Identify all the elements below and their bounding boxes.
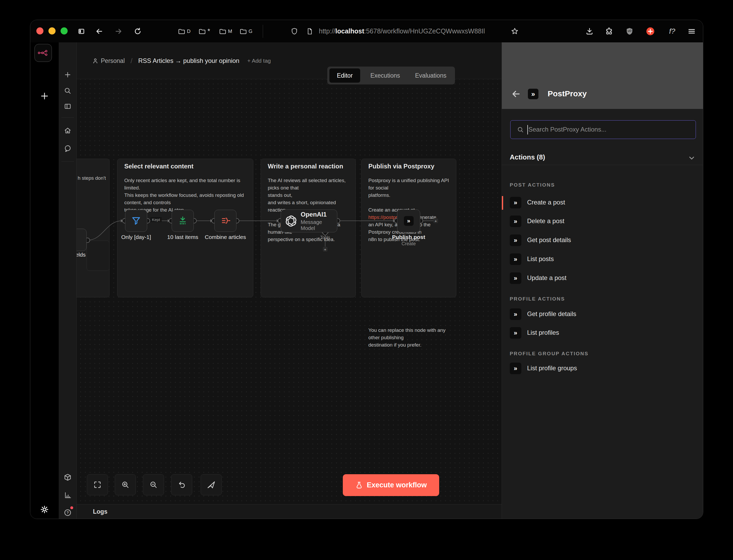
- new-tab-button[interactable]: [30, 88, 59, 104]
- execute-workflow-button[interactable]: Execute workflow: [343, 474, 439, 496]
- node-label: Combine articles: [203, 234, 248, 240]
- chat-icon[interactable]: [59, 141, 77, 156]
- n8n-nav-rail: ?: [59, 42, 77, 519]
- action-item-list-profile-groups[interactable]: » List profile groups: [502, 361, 703, 376]
- add-workflow-icon[interactable]: [59, 67, 77, 82]
- node-filter-only-day-1[interactable]: [125, 210, 147, 232]
- sidebar-toggle-icon[interactable]: [77, 20, 86, 42]
- bookmark-folder-m[interactable]: M: [219, 20, 232, 42]
- node-actions-panel: » PostProxy Actions (8) POST ACTIONS » C…: [502, 42, 703, 519]
- page-info-icon[interactable]: [305, 20, 314, 42]
- insights-chart-icon[interactable]: [59, 488, 77, 503]
- node-label: Only [day-1]: [114, 234, 158, 240]
- node-operation: Create: [386, 241, 431, 247]
- breadcrumb-separator: /: [131, 57, 132, 65]
- toolbar-separator: [263, 25, 263, 38]
- tab-evaluations[interactable]: Evaluations: [411, 67, 451, 84]
- vertical-tab-strip: [30, 42, 59, 519]
- panel-toggle-icon[interactable]: [59, 99, 77, 114]
- url-bar[interactable]: http://localhost:5678/workflow/HnUGZeCQW…: [319, 20, 485, 42]
- menu-hamburger-icon[interactable]: [686, 20, 697, 42]
- tab-executions[interactable]: Executions: [367, 67, 404, 84]
- panel-header: » PostProxy: [502, 42, 703, 109]
- add-node-button[interactable]: +: [434, 218, 438, 223]
- node-publish-post[interactable]: »: [397, 209, 420, 232]
- add-tag-button[interactable]: + Add tag: [247, 58, 271, 64]
- workflow-canvas[interactable]: h steps don't icle fields al Select rele…: [77, 79, 502, 504]
- action-search-box[interactable]: [510, 120, 696, 139]
- tab-editor[interactable]: Editor: [329, 68, 360, 83]
- node-label: Publish post: [386, 234, 431, 240]
- workflow-title[interactable]: RSS Articles → publish your opinion: [138, 57, 239, 64]
- screenshot-stage: D * M G http://localhost:5678/workflow/H…: [0, 0, 733, 560]
- node-limit-10-last-items[interactable]: [172, 210, 194, 232]
- help-notification-dot: [70, 506, 73, 509]
- limit-icon: [177, 216, 188, 226]
- postproxy-icon: »: [510, 272, 521, 284]
- action-item-get-profile-details[interactable]: » Get profile details: [502, 307, 703, 322]
- svg-text:uO: uO: [628, 29, 631, 32]
- search-icon[interactable]: [59, 83, 77, 98]
- zoom-in-button[interactable]: [115, 474, 136, 495]
- ublock-icon[interactable]: uO: [624, 20, 635, 42]
- strip-settings-gear-icon[interactable]: [30, 502, 59, 517]
- filter-funnel-icon: [131, 216, 141, 226]
- action-search-input[interactable]: [528, 121, 691, 138]
- templates-box-icon[interactable]: [59, 470, 77, 484]
- bookmark-folder-label: M: [228, 28, 232, 34]
- postproxy-icon: »: [404, 216, 414, 226]
- undo-button[interactable]: [171, 474, 192, 495]
- postproxy-icon: »: [510, 363, 521, 374]
- logs-label: Logs: [93, 508, 107, 515]
- zoom-window-button[interactable]: [61, 27, 68, 34]
- node-fragment-article-fields[interactable]: [77, 229, 87, 251]
- tools-port-label: Tools: [303, 235, 347, 240]
- help-icon[interactable]: ?: [59, 505, 77, 519]
- bookmark-folder-label: *: [207, 27, 210, 35]
- shield-icon[interactable]: [289, 20, 299, 42]
- bookmark-folder-label: D: [187, 28, 191, 34]
- breadcrumb-project[interactable]: Personal: [101, 57, 125, 64]
- node-combine-articles[interactable]: [214, 210, 236, 232]
- breadcrumb: Personal / RSS Articles → publish your o…: [92, 42, 271, 79]
- fit-view-button[interactable]: [87, 474, 108, 495]
- n8n-tab-favicon[interactable]: [34, 44, 52, 62]
- postproxy-icon: »: [510, 216, 521, 227]
- logs-bar[interactable]: Logs: [77, 504, 502, 519]
- bookmark-folder-star[interactable]: *: [198, 20, 210, 42]
- extensions-puzzle-icon[interactable]: [604, 20, 614, 42]
- connections-layer: [77, 79, 502, 504]
- svg-text:?: ?: [67, 511, 69, 515]
- postproxy-icon: »: [510, 327, 521, 339]
- bookmark-star-icon[interactable]: [510, 20, 520, 42]
- back-button-icon[interactable]: [94, 20, 104, 42]
- forward-button-icon[interactable]: [113, 20, 124, 42]
- action-item-list-profiles[interactable]: » List profiles: [502, 326, 703, 340]
- node-openai[interactable]: OpenAI1 Message Model: [281, 209, 337, 232]
- reload-button-icon[interactable]: [132, 20, 143, 42]
- action-item-delete-a-post[interactable]: » Delete a post: [502, 214, 703, 229]
- postproxy-icon: »: [510, 234, 521, 246]
- minimize-window-button[interactable]: [48, 27, 56, 34]
- browser-toolbar: D * M G http://localhost:5678/workflow/H…: [30, 20, 703, 42]
- action-item-get-post-details[interactable]: » Get post details: [502, 233, 703, 248]
- bookmark-folder-d[interactable]: D: [178, 20, 191, 42]
- chevron-down-icon[interactable]: [688, 154, 696, 162]
- adblock-plus-icon[interactable]: [645, 20, 656, 42]
- execute-workflow-label: Execute workflow: [367, 481, 427, 489]
- tidy-up-button[interactable]: [201, 474, 222, 495]
- action-item-update-a-post[interactable]: » Update a post: [502, 271, 703, 286]
- bookmark-folder-g[interactable]: G: [239, 20, 252, 42]
- view-tabbar: Editor Executions Evaluations: [327, 67, 455, 84]
- action-item-list-posts[interactable]: » List posts: [502, 252, 703, 267]
- action-item-create-a-post[interactable]: » Create a post: [502, 195, 703, 210]
- zoom-out-button[interactable]: [143, 474, 164, 495]
- home-icon[interactable]: [59, 123, 77, 138]
- downloads-icon[interactable]: [584, 20, 595, 42]
- rail-divider: [61, 161, 74, 162]
- add-tool-button[interactable]: +: [323, 247, 327, 252]
- postproxy-icon: »: [510, 308, 521, 320]
- close-window-button[interactable]: [36, 27, 43, 34]
- back-arrow-icon[interactable]: [511, 89, 521, 99]
- extension-fn-icon[interactable]: f?: [666, 20, 679, 42]
